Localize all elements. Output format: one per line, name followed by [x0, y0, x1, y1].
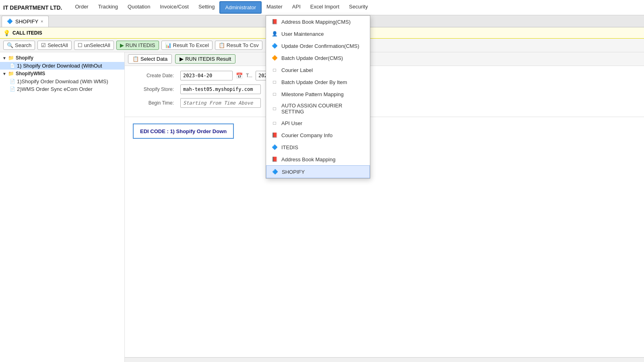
- csv-icon: 📋: [219, 42, 225, 48]
- shopify-tab[interactable]: 🔷 SHOPIFY ×: [2, 16, 49, 27]
- menu-item-administrator[interactable]: Administrator: [219, 1, 262, 14]
- file-icon-wms1: 📄: [10, 79, 15, 84]
- dropdown-item-batch-update-cms[interactable]: 🔶Batch Update Order(CMS): [266, 52, 370, 64]
- dropdown-label-update-order-cms: Update Order Confirmation(CMS): [281, 43, 359, 49]
- run-itedis-button[interactable]: ▶ RUN ITEDIS: [116, 41, 159, 50]
- menu-item-security[interactable]: Security: [344, 1, 373, 14]
- run-label: RUN ITEDIS: [126, 42, 155, 48]
- store-row: Shopify Store:: [133, 84, 636, 94]
- calendar-icon[interactable]: 📅: [236, 72, 243, 79]
- create-date-label: Create Date:: [133, 73, 177, 78]
- menu-items: OrderTrackingQuotationInvoice/CostSettin…: [70, 1, 373, 14]
- menu-item-tracking[interactable]: Tracking: [93, 1, 123, 14]
- result-csv-label: Result To Csv: [227, 42, 259, 48]
- dropdown-item-shopify[interactable]: 🔷SHOPIFY: [266, 165, 370, 178]
- dropdown-icon-address-book: 📕: [271, 156, 278, 163]
- dropdown-item-address-book-cms[interactable]: 📕Address Book Mapping(CMS): [266, 16, 370, 28]
- select-data-button[interactable]: 📋 Select Data: [128, 54, 172, 64]
- scrollbar-area[interactable]: [125, 357, 644, 362]
- tree-group-shopify-label: Shopify: [16, 55, 33, 61]
- dropdown-label-milestone-pattern: Milestone Pattern Mapping: [281, 91, 344, 97]
- file-icon-wms2: 📄: [10, 86, 15, 92]
- dropdown-item-update-order-cms[interactable]: 🔷Update Order Confirmation(CMS): [266, 40, 370, 52]
- dropdown-label-api-user: API User: [281, 120, 302, 126]
- menu-item-order[interactable]: Order: [70, 1, 93, 14]
- tab-icon: 🔷: [7, 19, 13, 24]
- dropdown-label-courier-company: Courier Company Info: [281, 132, 332, 138]
- search-button[interactable]: 🔍 Search: [3, 41, 35, 50]
- dropdown-icon-api-user: □: [271, 119, 278, 127]
- dropdown-icon-shopify: 🔷: [271, 168, 279, 175]
- tree-item-wms-2[interactable]: 📄 2)WMS Order Sync eCom Order: [0, 85, 124, 93]
- run-result-icon: ▶: [180, 56, 184, 62]
- dropdown-item-address-book[interactable]: 📕Address Book Mapping: [266, 153, 370, 165]
- begin-time-row: Begin Time:: [133, 98, 636, 108]
- tree-expand-icon-wms: ▼: [2, 72, 6, 76]
- form-area: Create Date: 📅 T... Shopify Store: Begin…: [125, 66, 644, 117]
- dropdown-item-batch-by-item[interactable]: □Batch Update Order By Item: [266, 76, 370, 88]
- dropdown-item-milestone-pattern[interactable]: □Milestone Pattern Mapping: [266, 88, 370, 100]
- result-csv-button[interactable]: 📋 Result To Csv: [215, 41, 262, 50]
- dropdown-icon-itedis: 🔷: [271, 144, 278, 151]
- tree-group-shopify-header[interactable]: ▼ 📁 Shopify: [0, 54, 124, 62]
- menu-item-master[interactable]: Master: [262, 1, 287, 14]
- edi-display: EDI CODE : 1) Shopify Order Down: [133, 123, 234, 139]
- tab-close-button[interactable]: ×: [41, 19, 43, 24]
- file-icon: 📄: [10, 63, 15, 68]
- store-input[interactable]: [180, 84, 261, 94]
- tree-item-wms-1-label: 1)Shopify Order Download (With WMS): [17, 78, 108, 84]
- dropdown-item-auto-assign[interactable]: □AUTO ASSIGN COURIER SETTING: [266, 100, 370, 117]
- dropdown-icon-address-book-cms: 📕: [271, 18, 278, 25]
- dropdown-item-itedis[interactable]: 🔷ITEDIS: [266, 141, 370, 153]
- dropdown-icon-user-maintenance: 👤: [271, 30, 278, 37]
- result-excel-button[interactable]: 📊 Result To Excel: [161, 41, 213, 50]
- dropdown-icon-update-order-cms: 🔷: [271, 42, 278, 49]
- dropdown-label-itedis: ITEDIS: [281, 144, 298, 150]
- dropdown-item-courier-label[interactable]: □Courier Label: [266, 64, 370, 76]
- call-label: CALL ITEDIS: [12, 30, 42, 36]
- dropdown-icon-batch-update-cms: 🔶: [271, 54, 278, 62]
- tree-expand-icon: ▼: [2, 56, 6, 60]
- dropdown-label-shopify: SHOPIFY: [282, 169, 305, 175]
- create-date-input[interactable]: [180, 71, 233, 80]
- dropdown-label-courier-label: Courier Label: [281, 67, 313, 73]
- run-itedis-result-button[interactable]: ▶ RUN ITEDIS Result: [175, 54, 235, 64]
- begin-time-input[interactable]: [180, 98, 261, 108]
- dropdown-item-user-maintenance[interactable]: 👤User Maintenance: [266, 28, 370, 40]
- date-separator: T...: [246, 73, 252, 78]
- tree-item-wms-2-label: 2)WMS Order Sync eCom Order: [17, 86, 93, 92]
- dropdown-label-address-book-cms: Address Book Mapping(CMS): [281, 19, 351, 25]
- tree-item-shopify-1[interactable]: 📄 1) Shopify Order Download (WithOut: [0, 62, 124, 70]
- menu-item-setting[interactable]: Setting: [194, 1, 219, 14]
- menu-item-quotation[interactable]: Quotation: [123, 1, 155, 14]
- menubar: IT DEPARTMENT LTD. OrderTrackingQuotatio…: [0, 0, 644, 15]
- run-icon: ▶: [120, 42, 124, 48]
- dropdown-icon-courier-company: 📕: [271, 132, 278, 139]
- unselect-all-button[interactable]: ☐ unSelectAll: [74, 41, 114, 50]
- select-all-button[interactable]: ☑ SelectAll: [37, 41, 72, 50]
- menu-item-invoice[interactable]: Invoice/Cost: [155, 1, 194, 14]
- app-title: IT DEPARTMENT LTD.: [3, 4, 62, 11]
- edi-text: EDI CODE : 1) Shopify Order Down: [140, 128, 227, 134]
- menu-item-api[interactable]: API: [287, 1, 305, 14]
- dropdown-icon-batch-by-item: □: [271, 78, 278, 86]
- result-excel-label: Result To Excel: [173, 42, 209, 48]
- tree-group-shopifywms-header[interactable]: ▼ 📁 ShopifyWMS: [0, 70, 124, 78]
- dropdown-label-user-maintenance: User Maintenance: [281, 31, 324, 37]
- call-icon: 💡: [3, 30, 10, 36]
- content-panel: 📋 Select Data ▶ RUN ITEDIS Result Create…: [125, 52, 644, 362]
- action-bar: 📋 Select Data ▶ RUN ITEDIS Result: [125, 52, 644, 66]
- menu-item-excel-import[interactable]: Excel Import: [305, 1, 344, 14]
- dropdown-label-auto-assign: AUTO ASSIGN COURIER SETTING: [281, 103, 365, 115]
- search-label: Search: [15, 42, 31, 48]
- store-label: Shopify Store:: [133, 86, 177, 92]
- unselect-all-label: unSelectAll: [84, 42, 110, 48]
- dropdown-label-batch-by-item: Batch Update Order By Item: [281, 79, 347, 85]
- dropdown-item-api-user[interactable]: □API User: [266, 117, 370, 129]
- tree-item-shopify-1-label: 1) Shopify Order Download (WithOut: [17, 63, 102, 69]
- dropdown-item-courier-company[interactable]: 📕Courier Company Info: [266, 129, 370, 141]
- tree-group-shopify: ▼ 📁 Shopify 📄 1) Shopify Order Download …: [0, 54, 124, 70]
- tree-item-wms-1[interactable]: 📄 1)Shopify Order Download (With WMS): [0, 78, 124, 85]
- folder-icon-wms: 📁: [8, 71, 14, 76]
- dropdown-label-address-book: Address Book Mapping: [281, 156, 335, 162]
